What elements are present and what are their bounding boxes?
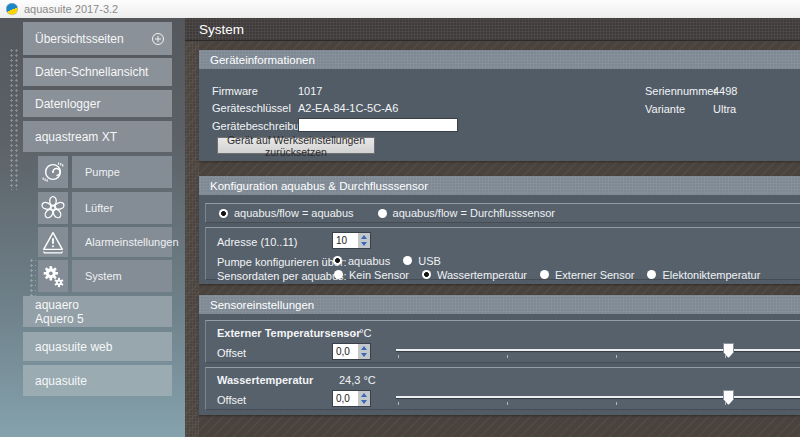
section-header: Sensoreinstellungen (199, 295, 800, 314)
sidebar-item-label-line2: Aquero 5 (35, 312, 84, 326)
spin-up-button[interactable] (358, 391, 370, 399)
variant-value: Ultra (713, 103, 736, 115)
slider-tick (616, 355, 617, 358)
fan-icon[interactable] (38, 192, 68, 224)
sidebar-item-luefter[interactable]: Lüfter (72, 192, 172, 224)
sidebar-item-uebersichtsseiten[interactable]: Übersichtsseiten (23, 22, 172, 55)
external-offset-input[interactable] (332, 343, 358, 360)
external-sensor-panel: Externer Temperatursensor - - - °C Offse… (205, 320, 800, 363)
radio-label: aquabus (348, 255, 390, 267)
sidebar-item-pumpe[interactable]: Pumpe (72, 156, 172, 188)
section-sensoreinstellungen: Sensoreinstellungen Externer Temperaturs… (199, 295, 800, 415)
sidebar-item-aquastream-xt[interactable]: aquastream XT (23, 121, 172, 152)
section-aquabus-konfiguration: Konfiguration aquabus & Durchflusssensor… (199, 176, 800, 284)
radio-aquabus-flow-aquabus[interactable] (219, 209, 228, 218)
device-key-label: Geräteschlüssel (212, 102, 291, 114)
radio-label: USB (418, 255, 441, 267)
serial-label: Seriennummer (645, 85, 717, 97)
sidebar-item-label: Alarmeinstellungen (85, 236, 179, 248)
slider-tick (725, 355, 726, 358)
spin-down-button[interactable] (358, 241, 370, 249)
slider-track[interactable] (396, 349, 800, 351)
page-title-bar: System (185, 18, 800, 41)
slider-track[interactable] (396, 396, 800, 398)
window-titlebar: aquasuite 2017-3.2 (0, 0, 800, 18)
section-title: Sensoreinstellungen (210, 299, 314, 311)
spin-up-button[interactable] (358, 344, 370, 352)
pump-config-label: Pumpe konfigurieren über: (217, 256, 347, 268)
water-sensor-panel: Wassertemperatur 24,3 °C Offset (205, 367, 800, 410)
section-header: Geräteinformationen (199, 50, 800, 69)
sidebar-item-label: Daten-Schnellansicht (35, 65, 148, 79)
sidebar-item-aquaero[interactable]: aquaero Aquero 5 (23, 296, 172, 327)
slider-tick (725, 402, 726, 405)
pump-icon[interactable] (38, 156, 68, 188)
sidebar-item-label: Datenlogger (35, 97, 100, 111)
sidebar-item-label: aquasuite (35, 374, 87, 388)
external-offset-slider[interactable] (396, 341, 800, 361)
offset-spinner-arrows (358, 343, 371, 360)
device-description-label: Gerätebeschreibung (212, 120, 312, 132)
section-header: Konfiguration aquabus & Durchflusssensor (199, 176, 800, 195)
water-offset-slider[interactable] (396, 388, 800, 408)
window-title: aquasuite 2017-3.2 (24, 3, 118, 15)
page-title: System (199, 22, 244, 37)
sidebar-item-aquasuite[interactable]: aquasuite (23, 365, 172, 396)
radio-label: Elektoniktemperatur (662, 269, 760, 281)
factory-reset-button[interactable]: Gerät auf Werkseinstellungen zurücksetze… (217, 137, 375, 154)
spin-up-button[interactable] (358, 233, 370, 241)
radio-pump-via-usb[interactable] (403, 256, 412, 265)
radio-pump-via-aquabus[interactable] (333, 256, 342, 265)
spin-down-button[interactable] (358, 352, 370, 360)
sidebar-item-aquasuite-web[interactable]: aquasuite web (23, 332, 172, 361)
external-offset-spinner (332, 343, 371, 360)
sidebar-item-system[interactable]: System (72, 260, 172, 292)
aquabus-settings-panel: Adresse (10..11) Pumpe konfigurieren übe… (205, 227, 800, 280)
aquabus-mode-panel: aquabus/flow = aquabus aquabus/flow = Du… (205, 203, 800, 223)
sidebar-item-label: System (85, 270, 122, 282)
address-spinner-arrows (358, 232, 371, 249)
radio-aquabus-flow-durchflusssensor[interactable] (378, 209, 387, 218)
offset-label: Offset (217, 347, 246, 359)
slider-tick (616, 402, 617, 405)
firmware-label: Firmware (212, 85, 258, 97)
water-sensor-label: Wassertemperatur (217, 374, 313, 386)
slider-tick (507, 402, 508, 405)
spin-down-button[interactable] (358, 399, 370, 407)
slider-tick (398, 402, 399, 405)
slider-tick (398, 355, 399, 358)
section-title: Konfiguration aquabus & Durchflusssensor (210, 180, 428, 192)
radio-sensor-externer-sensor[interactable] (540, 270, 549, 279)
slider-tick (507, 355, 508, 358)
device-description-input[interactable] (298, 118, 458, 132)
sidebar-item-datenlogger[interactable]: Datenlogger (23, 90, 172, 117)
sidebar-item-label: aquasuite web (35, 340, 112, 354)
sidebar-dots-decoration (9, 48, 20, 190)
aquacomputer-logo-icon (6, 3, 18, 15)
alarm-icon[interactable] (38, 227, 68, 257)
section-geraeteinformationen: Geräteinformationen Firmware 1017 Serien… (199, 50, 800, 161)
address-input[interactable] (332, 232, 358, 249)
water-offset-input[interactable] (332, 390, 358, 407)
serial-value: 4498 (713, 85, 737, 97)
address-spinner (332, 232, 371, 249)
radio-sensor-wassertemperatur[interactable] (422, 270, 431, 279)
external-sensor-value: - - - °C (339, 327, 372, 339)
gears-icon[interactable] (38, 260, 68, 292)
radio-sensor-kein-sensor[interactable] (334, 270, 343, 279)
content-left-texture (185, 18, 199, 437)
radio-label: Wassertemperatur (437, 269, 527, 281)
sidebar-item-alarmeinstellungen[interactable]: Alarmeinstellungen (72, 227, 172, 257)
sidebar-item-label: Pumpe (85, 166, 120, 178)
offset-label: Offset (217, 394, 246, 406)
radio-label: aquabus/flow = Durchflusssensor (393, 207, 555, 219)
offset-spinner-arrows (358, 390, 371, 407)
sidebar-item-daten-schnellansicht[interactable]: Daten-Schnellansicht (23, 58, 172, 86)
radio-label: Kein Sensor (349, 269, 409, 281)
aquasuite-window: aquasuite 2017-3.2 Übersichtsseiten Date… (0, 0, 800, 437)
radio-sensor-elektoniktemperatur[interactable] (647, 270, 656, 279)
add-overview-page-icon[interactable] (151, 32, 165, 46)
sidebar-item-label: Übersichtsseiten (35, 32, 124, 46)
address-label: Adresse (10..11) (217, 236, 298, 248)
water-sensor-value: 24,3 °C (339, 374, 376, 386)
